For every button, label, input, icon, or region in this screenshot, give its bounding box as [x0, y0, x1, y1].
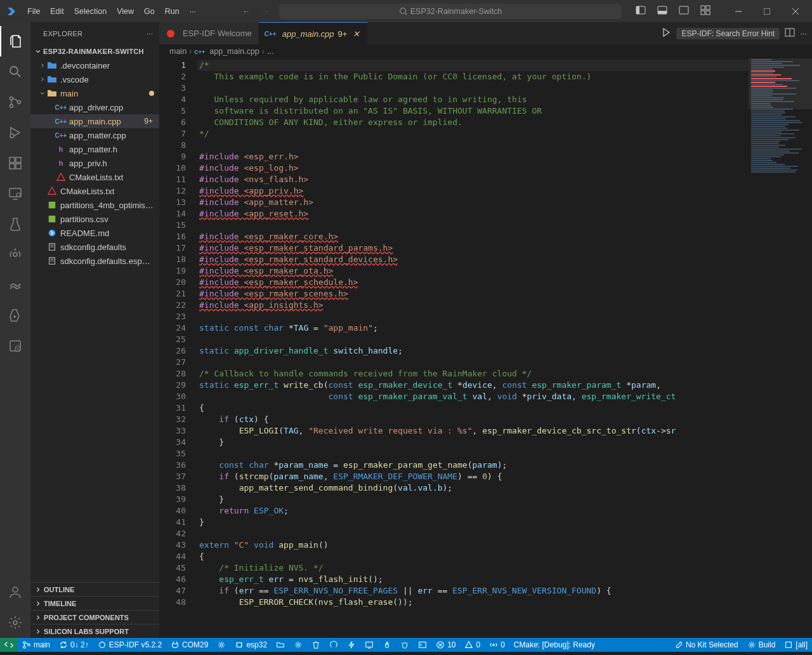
menu-view[interactable]: View	[112, 3, 139, 20]
section-outline[interactable]: OUTLINE	[30, 582, 159, 596]
layout-toggle-right-icon[interactable]	[674, 3, 693, 20]
status-10[interactable]: 10	[431, 638, 460, 652]
activitybar-settings-icon[interactable]	[0, 607, 30, 638]
activitybar-testing-icon[interactable]	[0, 209, 30, 239]
status-0[interactable]: 0	[485, 638, 509, 652]
folder-main[interactable]: main	[30, 86, 159, 100]
status-0-2-[interactable]: 0↓ 2↑	[55, 638, 93, 652]
window-minimize-icon[interactable]	[724, 0, 752, 22]
file-cmakelists-txt[interactable]: CMakeLists.txt	[30, 184, 159, 198]
window-maximize-icon[interactable]	[752, 0, 781, 22]
status-gear[interactable]	[213, 638, 230, 652]
activitybar-explorer-icon[interactable]	[0, 26, 30, 56]
activitybar-source-control-icon[interactable]	[0, 87, 30, 117]
menu-selection[interactable]: Selection	[69, 3, 112, 20]
status-build[interactable]	[325, 638, 343, 652]
breadcrumb-item[interactable]: ...	[267, 47, 273, 56]
activitybar	[0, 22, 30, 638]
breadcrumb-item[interactable]: app_main.cpp	[209, 47, 259, 56]
activitybar-espressif-icon[interactable]	[0, 239, 30, 270]
menu-go[interactable]: Go	[139, 3, 160, 20]
section-silicon-labs-support[interactable]: SILICON LABS SUPPORT	[30, 624, 159, 638]
status-esp-idf-v5-2-2[interactable]: ESP-IDF v5.2.2	[93, 638, 166, 652]
status-debug[interactable]	[396, 638, 414, 652]
file-app_matter-h[interactable]: happ_matter.h	[30, 142, 159, 156]
svg-rect-37	[49, 216, 56, 223]
layout-customize-icon[interactable]	[696, 3, 715, 20]
project-section-header[interactable]: ESP32-RAINMAKER-SWITCH	[30, 44, 159, 58]
file-tree: .devcontainer.vscodemainC++app_driver.cp…	[30, 58, 159, 582]
status-cmake-debug-ready[interactable]: CMake: [Debug]: Ready	[509, 638, 599, 652]
remote-indicator-icon[interactable]	[0, 638, 18, 652]
tab-more-icon[interactable]: ···	[800, 29, 807, 38]
layout-toggle-bottom-icon[interactable]	[653, 3, 672, 20]
run-icon[interactable]	[661, 27, 671, 39]
tab-app_main-cpp[interactable]: C++app_main.cpp9+✕	[259, 22, 369, 44]
status-fire[interactable]	[378, 638, 396, 652]
file-partitions_4mb_optimised-csv[interactable]: partitions_4mb_optimised.csv	[30, 198, 159, 212]
folder--devcontainer[interactable]: .devcontainer	[30, 58, 159, 72]
status--all-[interactable]: [all]	[780, 638, 812, 652]
file-app_priv-h[interactable]: happ_priv.h	[30, 156, 159, 170]
activitybar-accounts-icon[interactable]	[0, 577, 30, 607]
status-0[interactable]: 0	[460, 638, 485, 652]
tab-close-icon[interactable]: ✕	[351, 29, 361, 39]
section-project-components[interactable]: PROJECT COMPONENTS	[30, 610, 159, 624]
nav-forward-icon[interactable]: →	[258, 6, 272, 16]
section-timeline[interactable]: TIMELINE	[30, 596, 159, 610]
breadcrumbs[interactable]: main › C++app_main.cpp › ...	[159, 44, 812, 58]
search-error-hint-button[interactable]: ESP-IDF: Search Error Hint	[676, 28, 780, 39]
window-close-icon[interactable]	[781, 0, 809, 22]
menu-file[interactable]: File	[22, 3, 45, 20]
activitybar-search-icon[interactable]	[0, 56, 30, 87]
svg-point-45	[167, 30, 174, 37]
breadcrumb-item[interactable]: main	[169, 47, 187, 56]
svg-point-38	[49, 230, 56, 237]
activitybar-silabs-icon[interactable]	[0, 270, 30, 300]
file-app_main-cpp[interactable]: C++app_main.cpp9+	[30, 114, 159, 128]
svg-rect-9	[701, 11, 705, 15]
status-gear[interactable]	[289, 638, 307, 652]
svg-point-61	[403, 643, 407, 649]
status-folder[interactable]	[272, 638, 289, 652]
minimap[interactable]	[749, 58, 812, 638]
file-cmakelists-txt[interactable]: CMakeLists.txt	[30, 170, 159, 184]
file-partitions-csv[interactable]: partitions.csv	[30, 212, 159, 226]
status-main[interactable]: main	[18, 638, 55, 652]
nav-back-icon[interactable]: ←	[239, 6, 253, 16]
status-terminal[interactable]	[414, 638, 431, 652]
menu-edit[interactable]: Edit	[45, 3, 69, 20]
line-gutter: 1234567891011121314151617181920212223242…	[159, 58, 197, 638]
activitybar-remote-explorer-icon[interactable]	[0, 178, 30, 209]
tab-esp-idf-welcome[interactable]: ESP-IDF Welcome	[159, 22, 259, 44]
file-app_matter-cpp[interactable]: C++app_matter.cpp	[30, 128, 159, 142]
status-monitor[interactable]	[360, 638, 378, 652]
file-sdkconfig-defaults[interactable]: sdkconfig.defaults	[30, 240, 159, 254]
svg-rect-36	[49, 202, 56, 209]
status-trash[interactable]	[307, 638, 325, 652]
code-content[interactable]: /* This example code is in the Public Do…	[197, 58, 749, 638]
minimap-slider[interactable]	[749, 58, 812, 109]
activitybar-extensions-icon[interactable]	[0, 148, 30, 178]
file-readme-md[interactable]: README.md	[30, 226, 159, 240]
status-build[interactable]: Build	[743, 638, 780, 652]
file-sdkconfig-defaults-esp32c6[interactable]: sdkconfig.defaults.esp32c6	[30, 254, 159, 268]
status-no-kit-selected[interactable]: No Kit Selected	[670, 638, 743, 652]
split-editor-icon[interactable]	[785, 27, 795, 39]
activitybar-debug-icon[interactable]	[0, 117, 30, 148]
activitybar-arduino-icon[interactable]	[0, 300, 30, 331]
svg-rect-10	[706, 11, 710, 15]
layout-toggle-left-icon[interactable]	[631, 3, 650, 20]
menu-more-icon[interactable]: ···	[185, 3, 201, 20]
titlebar: FileEditSelectionViewGoRun ··· ← → ESP32…	[0, 0, 812, 22]
file-app_driver-cpp[interactable]: C++app_driver.cpp	[30, 100, 159, 114]
activitybar-espressif-cmd-icon[interactable]	[0, 331, 30, 361]
status-esp32[interactable]: esp32	[230, 638, 272, 652]
folder--vscode[interactable]: .vscode	[30, 72, 159, 86]
menu-run[interactable]: Run	[160, 3, 185, 20]
status-com29[interactable]: COM29	[166, 638, 213, 652]
svg-point-69	[750, 644, 753, 646]
sidebar-more-icon[interactable]: ···	[147, 30, 153, 37]
status-flash[interactable]	[343, 638, 360, 652]
command-center-search[interactable]: ESP32-Rainmaker-Switch	[279, 4, 622, 19]
